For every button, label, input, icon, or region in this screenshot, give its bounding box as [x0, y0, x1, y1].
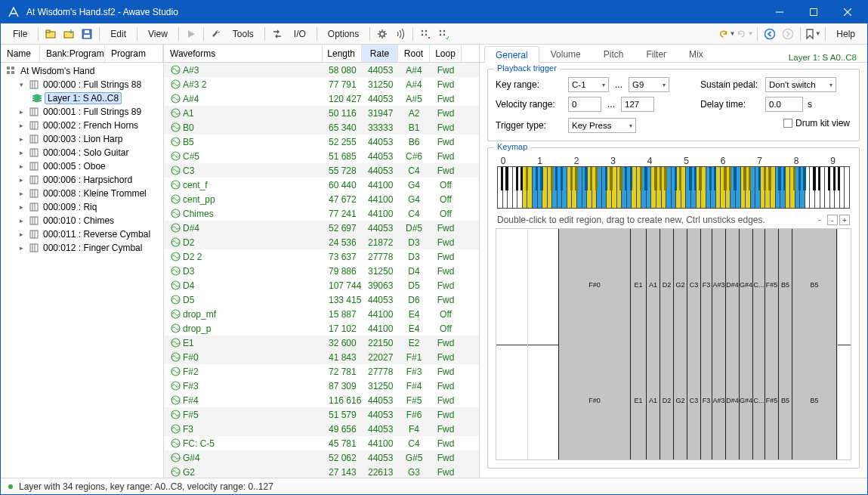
- tree-item[interactable]: ▸000:008 : Kleine Trommel: [1, 187, 163, 200]
- waveform-row[interactable]: F#272 78127778F#3Fwd: [164, 364, 479, 379]
- delay-input[interactable]: 0.0: [765, 97, 803, 112]
- waveform-row[interactable]: E132 60022150E2Fwd: [164, 336, 479, 350]
- region-cell[interactable]: F#5F#5: [765, 229, 778, 459]
- waveform-row[interactable]: F#551 57944053F#6Fwd: [164, 407, 479, 422]
- expander-icon[interactable]: ▸: [16, 162, 26, 170]
- grid2-icon[interactable]: [435, 26, 452, 42]
- nav-back-icon[interactable]: [761, 26, 778, 42]
- region-cell[interactable]: B5B5: [778, 229, 792, 459]
- waveform-row[interactable]: F349 65644053F4Fwd: [164, 422, 479, 436]
- io-icon[interactable]: [269, 26, 286, 42]
- bookmark-icon[interactable]: ▼: [805, 26, 821, 42]
- expander-icon[interactable]: ▸: [16, 217, 26, 224]
- tree-col-bankprog[interactable]: Bank:Program: [40, 45, 105, 62]
- options-menu[interactable]: Options: [320, 26, 366, 42]
- help-menu[interactable]: Help: [829, 26, 863, 42]
- tools-icon[interactable]: [208, 26, 224, 42]
- tree-layer[interactable]: Layer 1: S A0..C8: [1, 91, 163, 105]
- region-cell[interactable]: D2D2: [659, 229, 673, 459]
- waveform-row[interactable]: drop_p17 10244100E4Off: [164, 321, 479, 336]
- expander-icon[interactable]: ▸: [16, 176, 26, 184]
- tree-item[interactable]: ▸000:002 : French Horns: [1, 119, 163, 132]
- tree-col-name[interactable]: Name: [1, 45, 40, 62]
- expander-icon[interactable]: ▸: [16, 244, 26, 252]
- tree-item[interactable]: ▸000:003 : Lion Harp: [1, 132, 163, 146]
- sustain-combo[interactable]: Don't switch: [765, 77, 836, 92]
- open-icon[interactable]: [42, 26, 59, 42]
- waveform-row[interactable]: D379 88631250D4Fwd: [164, 264, 479, 278]
- tree-item[interactable]: ▸000:012 : Finger Cymbal: [1, 241, 163, 255]
- region-cell[interactable]: A#3A#3: [712, 229, 725, 459]
- waveform-row[interactable]: F#041 84322027F#1Fwd: [164, 350, 479, 364]
- waveform-row[interactable]: G#452 06244053G#5Fwd: [164, 450, 479, 465]
- waveform-row[interactable]: D224 53621872D3Fwd: [164, 235, 479, 249]
- file-menu[interactable]: File: [5, 26, 35, 42]
- expander-icon[interactable]: ▸: [16, 203, 26, 211]
- region-cell[interactable]: B5B5: [792, 229, 837, 459]
- waveform-row[interactable]: B552 25544053B6Fwd: [164, 135, 479, 149]
- region-cell[interactable]: E1E1: [630, 229, 646, 459]
- waveform-row[interactable]: cent_f60 44044100G4Off: [164, 178, 479, 192]
- tree-item[interactable]: ▸000:010 : Chimes: [1, 214, 163, 227]
- waveform-row[interactable]: A#4120 42744053A#5Fwd: [164, 91, 479, 106]
- tab-general[interactable]: General: [484, 46, 539, 63]
- velrange-hi[interactable]: 127: [621, 97, 654, 112]
- waveform-list[interactable]: A#358 08044053A#4FwdA#3 277 79131250A#4F…: [164, 63, 479, 478]
- maximize-button[interactable]: [796, 1, 830, 23]
- tree-item[interactable]: ▾000:000 : Full Strings 88: [1, 78, 163, 91]
- minimize-button[interactable]: [762, 1, 796, 23]
- tab-volume[interactable]: Volume: [539, 45, 592, 62]
- edit-menu[interactable]: Edit: [103, 26, 134, 42]
- close-button[interactable]: [830, 1, 864, 23]
- io-menu[interactable]: I/O: [286, 26, 314, 42]
- save-icon[interactable]: [79, 26, 95, 42]
- waveform-row[interactable]: D4107 74439063D5Fwd: [164, 278, 479, 292]
- waveform-row[interactable]: C355 72844053C4Fwd: [164, 163, 479, 178]
- tab-pitch[interactable]: Pitch: [592, 45, 635, 62]
- col-rate[interactable]: Rate: [362, 45, 398, 62]
- waveform-row[interactable]: D5133 41544053D6Fwd: [164, 292, 479, 307]
- region-grid[interactable]: F#0F#0E1E1A1A1D2D2G2G2C3C3F3F3A#3A#3D#4D…: [496, 228, 851, 460]
- region-cell[interactable]: C...C...: [752, 229, 765, 459]
- waveform-row[interactable]: D2 273 63727778D3Fwd: [164, 249, 479, 264]
- tree[interactable]: At Wisdom's Hand ▾000:000 : Full Strings…: [1, 63, 163, 478]
- waveform-row[interactable]: F#387 30931250F#4Fwd: [164, 379, 479, 393]
- waveform-row[interactable]: A#3 277 79131250A#4Fwd: [164, 77, 479, 91]
- col-root[interactable]: Root: [398, 45, 430, 62]
- col-waveforms[interactable]: Waveforms: [164, 45, 323, 62]
- region-cell[interactable]: F#0F#0: [558, 229, 630, 459]
- gear-icon[interactable]: [374, 26, 391, 42]
- expander-icon[interactable]: ▸: [16, 230, 26, 238]
- region-cell[interactable]: A1A1: [646, 229, 659, 459]
- region-cell[interactable]: G#4G#4: [739, 229, 752, 459]
- nav-fwd-icon[interactable]: [780, 26, 796, 42]
- waveform-row[interactable]: D#452 69744053D#5Fwd: [164, 221, 479, 235]
- waveform-row[interactable]: A#358 08044053A#4Fwd: [164, 63, 479, 77]
- col-loop[interactable]: Loop: [430, 45, 462, 62]
- tree-item[interactable]: ▸000:011 : Reverse Cymbal: [1, 227, 163, 241]
- zoom-out-button[interactable]: -: [827, 215, 838, 225]
- keyrange-lo[interactable]: C-1: [568, 77, 609, 92]
- waveform-row[interactable]: FC: C-545 78144100C4Fwd: [164, 436, 479, 450]
- tools-menu[interactable]: Tools: [225, 26, 261, 42]
- play-icon[interactable]: [183, 26, 199, 42]
- waveform-row[interactable]: B065 34033333B1Fwd: [164, 120, 479, 135]
- expander-icon[interactable]: ▸: [16, 135, 26, 143]
- piano-keyboard[interactable]: [497, 166, 850, 209]
- waveform-row[interactable]: cent_pp47 67244100G4Off: [164, 192, 479, 206]
- velrange-lo[interactable]: 0: [568, 97, 601, 112]
- col-length[interactable]: Length: [323, 45, 362, 62]
- drumkit-checkbox[interactable]: Drum kit view: [783, 118, 851, 128]
- expander-icon[interactable]: ▸: [16, 108, 26, 116]
- keyrange-hi[interactable]: G9: [629, 77, 669, 92]
- waveform-row[interactable]: Chimes77 24144100C4Off: [164, 206, 479, 221]
- region-cell[interactable]: C3C3: [687, 229, 700, 459]
- region-cell[interactable]: D#4D#4: [725, 229, 739, 459]
- audio-icon[interactable]: [392, 26, 409, 42]
- waveform-row[interactable]: drop_mf15 88744100E4Off: [164, 307, 479, 321]
- tree-item[interactable]: ▸000:001 : Full Strings 89: [1, 105, 163, 119]
- expander-icon[interactable]: ▸: [16, 122, 26, 129]
- redo-icon[interactable]: ▼: [737, 26, 753, 42]
- tree-col-program[interactable]: Program: [105, 45, 163, 62]
- waveform-row[interactable]: A150 11631947A2Fwd: [164, 106, 479, 120]
